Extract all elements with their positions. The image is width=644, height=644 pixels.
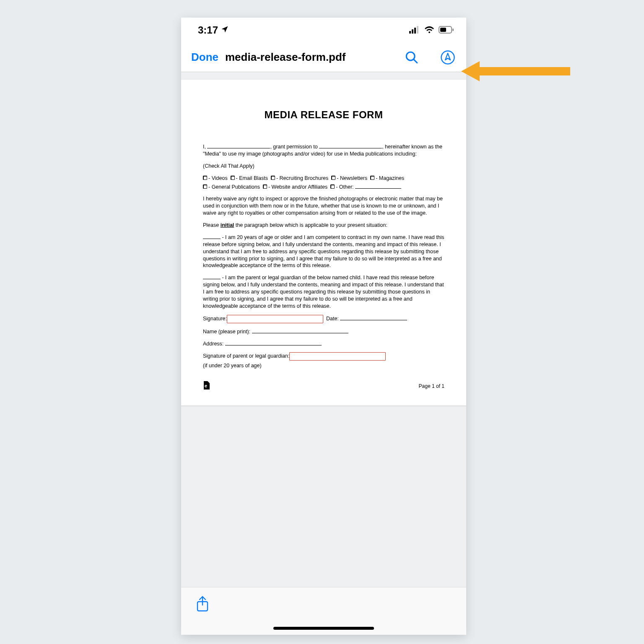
opt-other: - Other: bbox=[336, 184, 353, 190]
svg-rect-2 bbox=[414, 28, 416, 34]
eforms-icon: e bbox=[203, 381, 210, 391]
svg-line-8 bbox=[414, 59, 417, 62]
please-pre: Please bbox=[203, 222, 221, 228]
checkbox-icon bbox=[203, 184, 207, 189]
file-title: media-release-form.pdf bbox=[225, 51, 346, 64]
checkbox-icon bbox=[271, 176, 275, 180]
date-label: Date: bbox=[326, 316, 340, 322]
opt-website: - Website and/or Affiliates bbox=[268, 184, 327, 190]
opt-magazines: - Magazines bbox=[376, 175, 404, 181]
guardian-sig-label: Signature of parent or legal guardian: bbox=[203, 353, 289, 359]
checkbox-icon bbox=[263, 184, 267, 189]
intro-text-2: , grant permission to bbox=[270, 144, 319, 150]
svg-rect-0 bbox=[409, 31, 411, 34]
opt-email: - Email Blasts bbox=[236, 175, 268, 181]
svg-marker-13 bbox=[461, 61, 570, 81]
checkbox-icon bbox=[370, 176, 374, 180]
waiver-paragraph: I hereby waive any right to inspect or a… bbox=[203, 195, 444, 217]
intro-text: I, bbox=[203, 144, 207, 150]
markup-icon[interactable] bbox=[439, 49, 456, 66]
guardian-signature-field bbox=[289, 352, 386, 361]
done-button[interactable]: Done bbox=[191, 51, 218, 64]
name-label: Name (please print): bbox=[203, 329, 252, 335]
battery-icon bbox=[439, 24, 454, 36]
checkbox-icon bbox=[203, 176, 207, 180]
checkbox-icon bbox=[231, 176, 235, 180]
checkbox-icon bbox=[331, 176, 335, 180]
under20-note: (if under 20 years of age) bbox=[203, 362, 444, 369]
svg-rect-5 bbox=[440, 28, 446, 32]
svg-rect-1 bbox=[412, 29, 413, 34]
signature-field bbox=[227, 315, 323, 323]
doc-body: I, , grant permission to , hereinafter k… bbox=[203, 143, 444, 391]
document-viewport[interactable]: MEDIA RELEASE FORM I, , grant permission… bbox=[181, 72, 466, 587]
checkbox-icon bbox=[330, 184, 335, 189]
opt-videos: - Videos bbox=[208, 175, 228, 181]
wifi-icon bbox=[424, 24, 434, 36]
check-all-label: (Check All That Apply) bbox=[203, 163, 444, 170]
page-number: Page 1 of 1 bbox=[419, 383, 444, 390]
pdf-page: MEDIA RELEASE FORM I, , grant permission… bbox=[181, 80, 466, 405]
please-bold: initial bbox=[221, 222, 234, 228]
opt-recruiting: - Recruiting Brochures bbox=[276, 175, 328, 181]
svg-text:e: e bbox=[205, 383, 207, 388]
para-adult: - I am 20 years of age or older and I am… bbox=[203, 234, 444, 269]
annotation-arrow-icon bbox=[461, 59, 570, 84]
svg-rect-3 bbox=[417, 26, 418, 34]
search-icon[interactable] bbox=[403, 49, 420, 66]
nav-bar: Done media-release-form.pdf bbox=[181, 43, 466, 72]
cellular-icon bbox=[409, 24, 420, 36]
address-label: Address: bbox=[203, 341, 225, 347]
opt-general: - General Publications bbox=[208, 184, 260, 190]
signature-label: Signature: bbox=[203, 316, 227, 322]
location-icon bbox=[221, 24, 229, 36]
status-bar: 3:17 bbox=[181, 18, 466, 43]
please-post: the paragraph below which is applicable … bbox=[234, 222, 387, 228]
status-time: 3:17 bbox=[198, 24, 218, 36]
home-indicator[interactable] bbox=[273, 627, 374, 630]
doc-heading: MEDIA RELEASE FORM bbox=[203, 109, 444, 121]
opt-newsletters: - Newsletters bbox=[337, 175, 367, 181]
share-icon[interactable] bbox=[195, 596, 210, 614]
phone-frame: 3:17 bbox=[181, 18, 466, 635]
para-guardian: - I am the parent or legal guardian of t… bbox=[203, 275, 444, 309]
svg-rect-6 bbox=[452, 29, 454, 31]
